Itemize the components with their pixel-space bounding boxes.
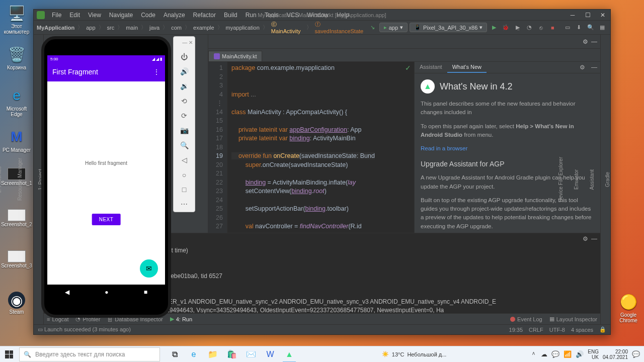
volume-up-icon[interactable]: 🔊 bbox=[179, 67, 189, 75]
assist-gear-icon[interactable]: ⚙ bbox=[577, 62, 588, 73]
coverage-button[interactable]: ▶̤ bbox=[513, 22, 522, 33]
tool-run[interactable]: ▶ 4: Run bbox=[170, 316, 192, 322]
pinned-store[interactable]: 🛍️ bbox=[223, 346, 240, 363]
desk-icon-chrome[interactable]: 🟡Google Chrome bbox=[613, 292, 644, 323]
attach-button[interactable]: ⎋ bbox=[536, 22, 545, 33]
menu-build[interactable]: Build bbox=[221, 11, 240, 20]
tab-mainactivity[interactable]: MainActivity.kt bbox=[208, 51, 262, 61]
taskbar-search[interactable]: 🔍Введите здесь текст для поиска bbox=[19, 347, 160, 361]
tray-notifications-icon[interactable]: 💬 bbox=[632, 350, 640, 358]
tool-emulator[interactable]: Emulator bbox=[574, 169, 579, 190]
home-icon[interactable]: ○ bbox=[179, 170, 189, 179]
task-view-icon[interactable]: ⧉ bbox=[166, 346, 183, 363]
menu-view[interactable]: View bbox=[85, 11, 104, 20]
run-config-selector[interactable]: ▸app▾ bbox=[379, 23, 408, 32]
tray-onedrive-icon[interactable]: ☁ bbox=[541, 350, 547, 358]
desk-icon-ss1[interactable]: Screenshot_1 bbox=[1, 168, 32, 186]
crumb[interactable]: app bbox=[86, 25, 95, 31]
console-hide-icon[interactable]: — bbox=[591, 235, 597, 242]
stop-button[interactable]: ■ bbox=[548, 22, 557, 33]
tray-chevron-icon[interactable]: ＾ bbox=[530, 350, 537, 359]
phone-screen[interactable]: 5:00◢ ◢ ▮ First Fragment ⋮ Hello first f… bbox=[47, 55, 165, 300]
crumb[interactable]: ⓒ MainActivity bbox=[271, 21, 303, 34]
close-button[interactable]: ✕ bbox=[595, 10, 610, 21]
menu-refactor[interactable]: Refactor bbox=[190, 11, 219, 20]
more-icon[interactable]: ⋯ bbox=[179, 200, 189, 209]
desk-icon-pcmanager[interactable]: MPC Manager bbox=[1, 127, 32, 153]
taskbar-weather[interactable]: ☀️ 13°C Небольшой д... bbox=[377, 351, 452, 357]
settings-icon[interactable]: ▦ bbox=[598, 22, 607, 33]
desk-icon-ss3[interactable]: Screenshot_3 bbox=[1, 250, 32, 268]
event-log[interactable]: Event Log bbox=[510, 316, 542, 322]
editor-settings-icon[interactable]: ⚙ bbox=[583, 38, 588, 45]
debug-button[interactable]: 🐞 bbox=[501, 22, 511, 33]
avd-button[interactable]: ▭ bbox=[562, 22, 572, 33]
pinned-edge[interactable]: e bbox=[185, 346, 202, 363]
minimize-button[interactable]: ─ bbox=[565, 10, 580, 21]
status-eol[interactable]: CRLF bbox=[529, 327, 543, 333]
zoom-icon[interactable]: 🔍 bbox=[179, 141, 189, 149]
code-editor[interactable]: ✓ 1234⋮14151617181920212223242526272829 … bbox=[208, 62, 414, 233]
maximize-button[interactable]: ☐ bbox=[580, 10, 595, 21]
tray-wifi-icon[interactable]: 📶 bbox=[564, 350, 572, 358]
desk-icon-recycle[interactable]: 🗑️Корзина bbox=[1, 44, 32, 70]
menu-analyze[interactable]: Analyze bbox=[160, 11, 188, 20]
desk-icon-edge[interactable]: eMicrosoft Edge bbox=[1, 85, 32, 117]
power-icon[interactable]: ⏻ bbox=[179, 52, 189, 61]
status-enc[interactable]: UTF-8 bbox=[549, 327, 565, 333]
crumb[interactable]: com bbox=[171, 25, 182, 31]
status-indent[interactable]: 4 spaces bbox=[571, 327, 593, 333]
menu-code[interactable]: Code bbox=[138, 11, 158, 20]
menu-navigate[interactable]: Navigate bbox=[106, 11, 136, 20]
tool-assistant[interactable]: Assistant bbox=[589, 169, 595, 190]
desk-icon-steam[interactable]: ◉Steam bbox=[1, 292, 32, 315]
menu-edit[interactable]: Edit bbox=[66, 11, 83, 20]
search-icon[interactable]: 🔍 bbox=[586, 22, 595, 33]
assist-hide-icon[interactable]: — bbox=[588, 62, 600, 73]
start-button[interactable] bbox=[0, 346, 18, 363]
pinned-android-studio[interactable]: ▲ bbox=[281, 346, 298, 363]
recents-icon[interactable]: ■ bbox=[144, 289, 147, 296]
tab-whatsnew[interactable]: What's New bbox=[447, 62, 487, 73]
tool-device-explorer[interactable]: Device File Explorer bbox=[558, 157, 564, 202]
code-body[interactable]: package com.example.myapplication import… bbox=[227, 62, 414, 233]
pinned-mail[interactable]: ✉️ bbox=[243, 346, 260, 363]
layout-inspector[interactable]: ▦ Layout Inspector bbox=[549, 316, 597, 322]
pinned-word[interactable]: W bbox=[262, 346, 279, 363]
read-browser-link[interactable]: Read in a browser bbox=[421, 145, 467, 151]
crumb[interactable]: src bbox=[107, 25, 115, 31]
camera-icon[interactable]: 📷 bbox=[179, 126, 189, 135]
tray-clock[interactable]: 22:0004.07.2021 bbox=[603, 349, 628, 360]
desk-icon-ss2[interactable]: Screenshot_2 bbox=[1, 209, 32, 227]
back-icon[interactable]: ◀ bbox=[65, 289, 69, 296]
tab-assistant[interactable]: Assistant bbox=[415, 62, 447, 73]
home-icon[interactable]: ● bbox=[105, 289, 108, 296]
volume-down-icon[interactable]: 🔉 bbox=[179, 82, 189, 90]
back-icon[interactable]: ◁ bbox=[179, 156, 189, 164]
tool-resource[interactable]: Resource Manager bbox=[17, 158, 23, 201]
crumb[interactable]: main bbox=[126, 25, 138, 31]
menu-file[interactable]: File bbox=[49, 11, 64, 20]
run-button[interactable]: ▶ bbox=[489, 22, 499, 33]
emu-min-icon[interactable]: — ✕ bbox=[182, 40, 193, 45]
tray-lang[interactable]: ENGUK bbox=[588, 349, 599, 360]
profile-button[interactable]: ◔ bbox=[524, 22, 534, 33]
rotate-right-icon[interactable]: ⟳ bbox=[179, 111, 189, 120]
pinned-explorer[interactable]: 📁 bbox=[204, 346, 221, 363]
overflow-icon[interactable]: ⋮ bbox=[153, 68, 160, 76]
crumb[interactable]: myapplication bbox=[226, 25, 260, 31]
sdk-button[interactable]: ⬇ bbox=[574, 22, 584, 33]
sync-icon[interactable]: ↘ bbox=[367, 22, 377, 33]
overview-icon[interactable]: □ bbox=[179, 185, 189, 194]
crumb[interactable]: MyApplication bbox=[37, 25, 74, 31]
fab-button[interactable]: ✉ bbox=[140, 259, 158, 278]
desk-icon-this-pc[interactable]: 🖥️Этот компьютер bbox=[1, 3, 32, 35]
rotate-left-icon[interactable]: ⟲ bbox=[179, 97, 189, 105]
next-button[interactable]: NEXT bbox=[92, 214, 121, 225]
device-selector[interactable]: 📱Pixel_3a_API_30_x86▾ bbox=[410, 23, 487, 32]
tray-meet-icon[interactable]: 💬 bbox=[551, 350, 559, 358]
console-gear-icon[interactable]: ⚙ bbox=[583, 235, 588, 242]
menu-run[interactable]: Run bbox=[243, 11, 260, 20]
tool-favorites[interactable]: 2: Favorites bbox=[0, 166, 2, 193]
editor-hide-icon[interactable]: — bbox=[591, 38, 597, 45]
